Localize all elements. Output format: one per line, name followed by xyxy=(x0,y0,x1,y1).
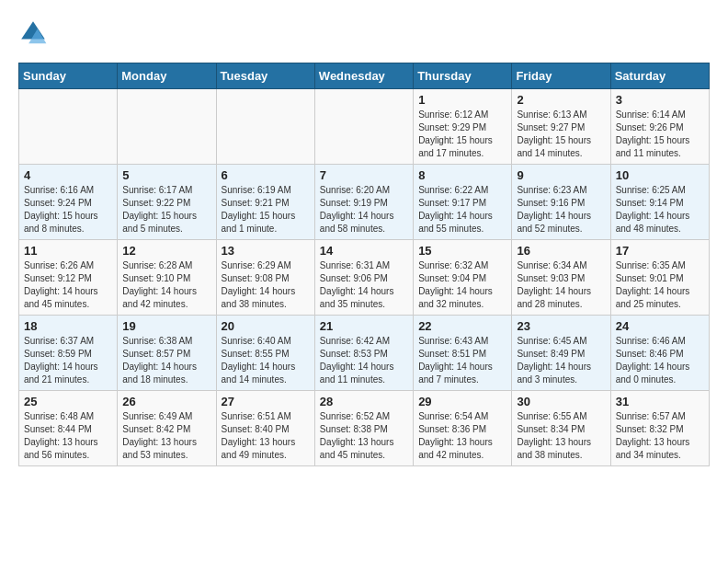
calendar-cell: 15Sunrise: 6:32 AM Sunset: 9:04 PM Dayli… xyxy=(414,240,512,316)
calendar-cell: 18Sunrise: 6:37 AM Sunset: 8:59 PM Dayli… xyxy=(19,316,118,391)
cell-content: Sunrise: 6:16 AM Sunset: 9:24 PM Dayligh… xyxy=(24,184,112,236)
cell-content: Sunrise: 6:42 AM Sunset: 8:53 PM Dayligh… xyxy=(320,335,408,386)
calendar-cell: 8Sunrise: 6:22 AM Sunset: 9:17 PM Daylig… xyxy=(414,165,512,240)
calendar-cell: 21Sunrise: 6:42 AM Sunset: 8:53 PM Dayli… xyxy=(314,316,413,391)
day-number: 9 xyxy=(517,168,605,182)
calendar-cell xyxy=(216,89,314,165)
day-number: 26 xyxy=(122,395,210,408)
cell-content: Sunrise: 6:49 AM Sunset: 8:42 PM Dayligh… xyxy=(122,410,210,462)
cell-content: Sunrise: 6:45 AM Sunset: 8:49 PM Dayligh… xyxy=(517,335,605,386)
calendar-cell: 4Sunrise: 6:16 AM Sunset: 9:24 PM Daylig… xyxy=(19,165,118,240)
cell-content: Sunrise: 6:13 AM Sunset: 9:27 PM Dayligh… xyxy=(517,109,605,160)
day-number: 3 xyxy=(616,93,704,107)
cell-content: Sunrise: 6:20 AM Sunset: 9:19 PM Dayligh… xyxy=(320,184,408,236)
cell-content: Sunrise: 6:35 AM Sunset: 9:01 PM Dayligh… xyxy=(616,259,704,311)
calendar-cell: 14Sunrise: 6:31 AM Sunset: 9:06 PM Dayli… xyxy=(314,240,413,316)
cell-content: Sunrise: 6:40 AM Sunset: 8:55 PM Dayligh… xyxy=(222,335,310,386)
day-number: 5 xyxy=(122,168,210,182)
calendar-table: SundayMondayTuesdayWednesdayThursdayFrid… xyxy=(18,63,710,466)
logo xyxy=(18,18,51,48)
weekday-header-thursday: Thursday xyxy=(414,63,512,89)
day-number: 28 xyxy=(320,395,408,408)
cell-content: Sunrise: 6:25 AM Sunset: 9:14 PM Dayligh… xyxy=(616,184,704,236)
weekday-header-row: SundayMondayTuesdayWednesdayThursdayFrid… xyxy=(19,63,710,89)
weekday-header-monday: Monday xyxy=(118,63,216,89)
day-number: 25 xyxy=(24,395,112,408)
calendar-cell: 1Sunrise: 6:12 AM Sunset: 9:29 PM Daylig… xyxy=(414,89,512,165)
calendar-cell: 11Sunrise: 6:26 AM Sunset: 9:12 PM Dayli… xyxy=(19,240,118,316)
calendar-cell: 24Sunrise: 6:46 AM Sunset: 8:46 PM Dayli… xyxy=(610,316,709,391)
cell-content: Sunrise: 6:12 AM Sunset: 9:29 PM Dayligh… xyxy=(418,109,506,160)
calendar-cell: 3Sunrise: 6:14 AM Sunset: 9:26 PM Daylig… xyxy=(610,89,709,165)
cell-content: Sunrise: 6:31 AM Sunset: 9:06 PM Dayligh… xyxy=(320,259,408,311)
calendar-cell: 30Sunrise: 6:55 AM Sunset: 8:34 PM Dayli… xyxy=(512,391,610,466)
calendar-cell: 23Sunrise: 6:45 AM Sunset: 8:49 PM Dayli… xyxy=(512,316,610,391)
calendar-cell: 22Sunrise: 6:43 AM Sunset: 8:51 PM Dayli… xyxy=(414,316,512,391)
calendar-cell: 28Sunrise: 6:52 AM Sunset: 8:38 PM Dayli… xyxy=(314,391,413,466)
calendar-week-row: 1Sunrise: 6:12 AM Sunset: 9:29 PM Daylig… xyxy=(19,89,710,165)
day-number: 17 xyxy=(616,244,704,258)
day-number: 6 xyxy=(222,168,310,182)
day-number: 12 xyxy=(122,244,210,258)
day-number: 27 xyxy=(222,395,310,408)
calendar-cell: 20Sunrise: 6:40 AM Sunset: 8:55 PM Dayli… xyxy=(216,316,314,391)
day-number: 23 xyxy=(517,319,605,333)
day-number: 30 xyxy=(517,395,605,408)
day-number: 22 xyxy=(418,319,506,333)
cell-content: Sunrise: 6:51 AM Sunset: 8:40 PM Dayligh… xyxy=(222,410,310,462)
cell-content: Sunrise: 6:54 AM Sunset: 8:36 PM Dayligh… xyxy=(418,410,506,462)
cell-content: Sunrise: 6:43 AM Sunset: 8:51 PM Dayligh… xyxy=(418,335,506,386)
cell-content: Sunrise: 6:32 AM Sunset: 9:04 PM Dayligh… xyxy=(418,259,506,311)
cell-content: Sunrise: 6:34 AM Sunset: 9:03 PM Dayligh… xyxy=(517,259,605,311)
cell-content: Sunrise: 6:14 AM Sunset: 9:26 PM Dayligh… xyxy=(616,109,704,160)
calendar-week-row: 11Sunrise: 6:26 AM Sunset: 9:12 PM Dayli… xyxy=(19,240,710,316)
calendar-cell: 29Sunrise: 6:54 AM Sunset: 8:36 PM Dayli… xyxy=(414,391,512,466)
day-number: 1 xyxy=(418,93,506,107)
day-number: 16 xyxy=(517,244,605,258)
day-number: 24 xyxy=(616,319,704,333)
day-number: 15 xyxy=(418,244,506,258)
calendar-week-row: 25Sunrise: 6:48 AM Sunset: 8:44 PM Dayli… xyxy=(19,391,710,466)
day-number: 13 xyxy=(222,244,310,258)
calendar-cell: 12Sunrise: 6:28 AM Sunset: 9:10 PM Dayli… xyxy=(118,240,216,316)
calendar-cell xyxy=(19,89,118,165)
day-number: 2 xyxy=(517,93,605,107)
day-number: 20 xyxy=(222,319,310,333)
calendar-cell: 17Sunrise: 6:35 AM Sunset: 9:01 PM Dayli… xyxy=(610,240,709,316)
calendar-cell: 2Sunrise: 6:13 AM Sunset: 9:27 PM Daylig… xyxy=(512,89,610,165)
page-header xyxy=(18,18,710,48)
calendar-cell: 13Sunrise: 6:29 AM Sunset: 9:08 PM Dayli… xyxy=(216,240,314,316)
weekday-header-wednesday: Wednesday xyxy=(314,63,413,89)
calendar-cell: 16Sunrise: 6:34 AM Sunset: 9:03 PM Dayli… xyxy=(512,240,610,316)
cell-content: Sunrise: 6:46 AM Sunset: 8:46 PM Dayligh… xyxy=(616,335,704,386)
calendar-cell: 7Sunrise: 6:20 AM Sunset: 9:19 PM Daylig… xyxy=(314,165,413,240)
calendar-cell: 6Sunrise: 6:19 AM Sunset: 9:21 PM Daylig… xyxy=(216,165,314,240)
weekday-header-saturday: Saturday xyxy=(610,63,709,89)
cell-content: Sunrise: 6:37 AM Sunset: 8:59 PM Dayligh… xyxy=(24,335,112,386)
weekday-header-friday: Friday xyxy=(512,63,610,89)
cell-content: Sunrise: 6:23 AM Sunset: 9:16 PM Dayligh… xyxy=(517,184,605,236)
cell-content: Sunrise: 6:26 AM Sunset: 9:12 PM Dayligh… xyxy=(24,259,112,311)
day-number: 8 xyxy=(418,168,506,182)
calendar-cell: 19Sunrise: 6:38 AM Sunset: 8:57 PM Dayli… xyxy=(118,316,216,391)
logo-icon xyxy=(18,18,48,48)
day-number: 18 xyxy=(24,319,112,333)
calendar-cell: 31Sunrise: 6:57 AM Sunset: 8:32 PM Dayli… xyxy=(610,391,709,466)
calendar-cell: 10Sunrise: 6:25 AM Sunset: 9:14 PM Dayli… xyxy=(610,165,709,240)
calendar-cell: 25Sunrise: 6:48 AM Sunset: 8:44 PM Dayli… xyxy=(19,391,118,466)
day-number: 21 xyxy=(320,319,408,333)
cell-content: Sunrise: 6:29 AM Sunset: 9:08 PM Dayligh… xyxy=(222,259,310,311)
calendar-cell: 9Sunrise: 6:23 AM Sunset: 9:16 PM Daylig… xyxy=(512,165,610,240)
calendar-cell: 27Sunrise: 6:51 AM Sunset: 8:40 PM Dayli… xyxy=(216,391,314,466)
day-number: 7 xyxy=(320,168,408,182)
calendar-cell: 26Sunrise: 6:49 AM Sunset: 8:42 PM Dayli… xyxy=(118,391,216,466)
cell-content: Sunrise: 6:55 AM Sunset: 8:34 PM Dayligh… xyxy=(517,410,605,462)
cell-content: Sunrise: 6:38 AM Sunset: 8:57 PM Dayligh… xyxy=(122,335,210,386)
cell-content: Sunrise: 6:28 AM Sunset: 9:10 PM Dayligh… xyxy=(122,259,210,311)
day-number: 31 xyxy=(616,395,704,408)
calendar-week-row: 18Sunrise: 6:37 AM Sunset: 8:59 PM Dayli… xyxy=(19,316,710,391)
calendar-cell xyxy=(314,89,413,165)
weekday-header-tuesday: Tuesday xyxy=(216,63,314,89)
day-number: 29 xyxy=(418,395,506,408)
day-number: 10 xyxy=(616,168,704,182)
